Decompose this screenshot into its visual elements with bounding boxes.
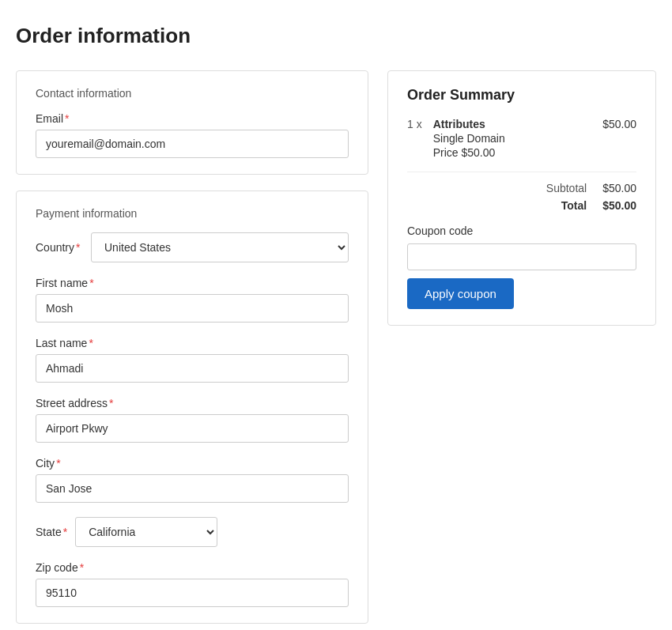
zip-group: Zip code*: [36, 561, 349, 607]
coupon-input[interactable]: [407, 243, 636, 270]
city-label: City*: [36, 457, 349, 470]
lastname-label: Last name*: [36, 337, 349, 349]
order-item-row: 1 x Attributes Single Domain Price $50.0…: [407, 118, 636, 159]
state-group: State* Alabama Alaska Arizona Arkansas C…: [36, 517, 349, 547]
order-totals: Subtotal $50.00 Total $50.00: [407, 172, 636, 212]
total-label: Total: [561, 199, 587, 212]
street-field[interactable]: [36, 414, 349, 443]
email-required-star: *: [65, 112, 69, 125]
total-row: Total $50.00: [407, 199, 636, 212]
order-item-details: Attributes Single Domain Price $50.00: [433, 118, 591, 159]
state-required-star: *: [63, 526, 67, 538]
order-item-name: Single Domain: [433, 132, 591, 145]
firstname-required-star: *: [89, 277, 93, 289]
total-value: $50.00: [602, 199, 636, 212]
email-group: Email*: [36, 112, 349, 158]
subtotal-label: Subtotal: [546, 182, 587, 194]
street-label: Street address*: [36, 397, 349, 409]
order-summary-box: Order Summary 1 x Attributes Single Doma…: [387, 70, 656, 326]
firstname-field[interactable]: [36, 294, 349, 323]
city-required-star: *: [56, 457, 60, 470]
subtotal-row: Subtotal $50.00: [407, 182, 636, 194]
email-field[interactable]: [36, 130, 349, 158]
email-label: Email*: [36, 112, 349, 125]
state-label: State*: [36, 526, 67, 538]
contact-section-title: Contact information: [36, 87, 349, 100]
order-summary-title: Order Summary: [407, 87, 636, 104]
zip-label: Zip code*: [36, 561, 349, 574]
payment-section: Payment information Country* United Stat…: [16, 191, 368, 624]
lastname-group: Last name*: [36, 337, 349, 383]
country-group: Country* United States Canada United Kin…: [36, 232, 349, 262]
zip-required-star: *: [80, 561, 84, 574]
payment-section-title: Payment information: [36, 207, 349, 220]
subtotal-value: $50.00: [602, 182, 636, 194]
order-item-qty: 1 x: [407, 118, 422, 159]
coupon-label: Coupon code: [407, 224, 636, 237]
country-select[interactable]: United States Canada United Kingdom Aust…: [91, 232, 349, 262]
lastname-required-star: *: [89, 337, 92, 349]
order-item-price-label: Price $50.00: [433, 146, 591, 159]
order-item-attr-label: Attributes: [433, 118, 591, 130]
firstname-label: First name*: [36, 277, 349, 289]
city-field[interactable]: [36, 474, 349, 503]
contact-section: Contact information Email*: [16, 70, 368, 175]
state-select[interactable]: Alabama Alaska Arizona Arkansas Californ…: [75, 517, 217, 547]
street-required-star: *: [109, 397, 113, 409]
country-label: Country*: [36, 241, 83, 254]
city-group: City*: [36, 457, 349, 503]
main-layout: Contact information Email* Payment infor…: [16, 70, 656, 630]
left-column: Contact information Email* Payment infor…: [16, 70, 368, 630]
country-required-star: *: [76, 241, 80, 254]
lastname-field[interactable]: [36, 354, 349, 383]
right-column: Order Summary 1 x Attributes Single Doma…: [387, 70, 656, 326]
apply-coupon-button[interactable]: Apply coupon: [407, 278, 514, 309]
page-title: Order information: [16, 24, 656, 48]
street-group: Street address*: [36, 397, 349, 443]
firstname-group: First name*: [36, 277, 349, 323]
order-item-amount: $50.00: [602, 118, 636, 159]
zip-field[interactable]: [36, 579, 349, 607]
